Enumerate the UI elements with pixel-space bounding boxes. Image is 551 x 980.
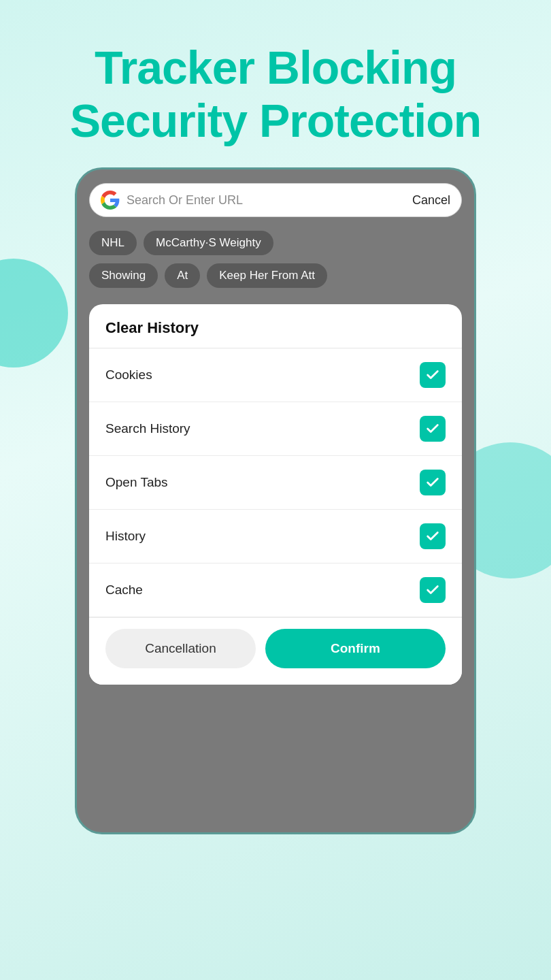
header-title: Tracker Blocking Security Protection	[0, 41, 551, 147]
clear-history-title: Clear History	[89, 304, 462, 348]
header-line1: Tracker Blocking	[95, 42, 456, 93]
option-open-tabs-label: Open Tabs	[105, 475, 168, 490]
check-icon	[425, 475, 440, 490]
cancellation-button[interactable]: Cancellation	[105, 629, 256, 668]
option-cookies[interactable]: Cookies	[89, 348, 462, 402]
chips-row-1: NHL McCarthy·S Weighty	[89, 231, 462, 255]
checkbox-open-tabs[interactable]	[420, 470, 446, 495]
header-section: Tracker Blocking Security Protection	[0, 0, 551, 167]
option-history[interactable]: History	[89, 510, 462, 564]
check-icon	[425, 368, 440, 382]
cancel-button[interactable]: Cancel	[412, 193, 450, 208]
chips-row-2: Showing At Keep Her From Att	[89, 263, 462, 288]
phone-mockup: Search Or Enter URL Cancel NHL McCarthy·…	[75, 167, 476, 834]
search-bar[interactable]: Search Or Enter URL Cancel	[89, 183, 462, 217]
option-open-tabs[interactable]: Open Tabs	[89, 456, 462, 510]
chip-nhl[interactable]: NHL	[89, 231, 137, 255]
chip-keep[interactable]: Keep Her From Att	[207, 263, 327, 288]
check-icon	[425, 583, 440, 598]
option-search-history-label: Search History	[105, 421, 190, 436]
checkbox-cache[interactable]	[420, 577, 446, 603]
checkbox-cookies[interactable]	[420, 362, 446, 388]
check-icon	[425, 529, 440, 544]
option-cache[interactable]: Cache	[89, 564, 462, 617]
option-search-history[interactable]: Search History	[89, 402, 462, 456]
checkbox-search-history[interactable]	[420, 416, 446, 442]
search-input[interactable]: Search Or Enter URL	[127, 193, 412, 208]
option-cookies-label: Cookies	[105, 368, 152, 382]
check-icon	[425, 421, 440, 436]
header-line2: Security Protection	[70, 95, 482, 146]
option-cache-label: Cache	[105, 583, 143, 598]
checkbox-history[interactable]	[420, 523, 446, 549]
chip-mccarthy[interactable]: McCarthy·S Weighty	[144, 231, 273, 255]
chip-showing[interactable]: Showing	[89, 263, 158, 288]
deco-circle-left	[0, 259, 68, 368]
confirm-button[interactable]: Confirm	[265, 629, 446, 668]
clear-history-card: Clear History Cookies Search History Ope…	[89, 304, 462, 685]
buttons-row: Cancellation Confirm	[89, 617, 462, 685]
google-logo-icon	[101, 191, 120, 210]
option-history-label: History	[105, 529, 146, 544]
chip-at[interactable]: At	[165, 263, 200, 288]
